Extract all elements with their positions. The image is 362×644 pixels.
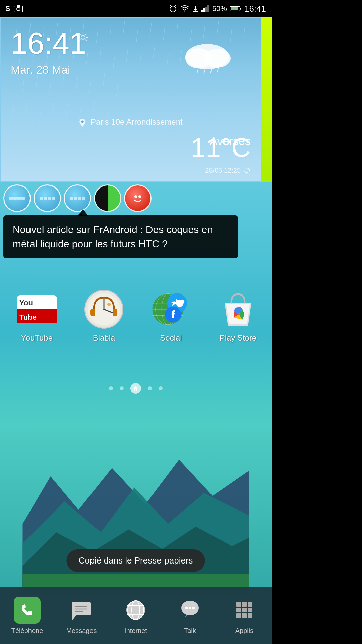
blabla-icon-container [84,289,124,329]
social-app[interactable]: Social [144,289,198,343]
svg-line-31 [123,21,125,35]
nav-internet[interactable]: Internet [112,597,159,635]
svg-line-66 [53,99,54,112]
status-time: 16:41 [244,4,266,14]
weather-widget[interactable]: 16:41 Mar. 28 Mai [0,17,261,182]
svg-line-37 [203,25,205,38]
nav-messages[interactable]: Messages [58,597,105,635]
playstore-label: Play Store [220,333,257,343]
phone-nav-label: Téléphone [11,627,43,635]
svg-line-6 [170,5,171,6]
svg-line-67 [66,104,68,117]
svg-line-57 [49,82,51,95]
weather-updated-time: 28/05 12:25 [205,167,241,174]
social-label: Social [160,333,182,343]
svg-rect-0 [14,6,23,12]
dock-app-4[interactable] [94,184,121,212]
nav-apps[interactable]: Applis [221,597,268,635]
svg-rect-150 [242,608,247,612]
wifi-icon [180,5,189,12]
svg-line-34 [163,26,165,40]
page-dot-1[interactable] [109,386,113,390]
screenshot-icon [14,5,23,12]
weather-time: 16:41 [11,28,86,58]
svg-rect-151 [248,608,252,612]
svg-text:You: You [19,299,33,307]
apps-nav-icon [231,597,258,624]
svg-rect-96 [70,197,73,200]
svg-rect-115 [113,309,117,316]
svg-line-60 [89,80,91,94]
svg-rect-97 [74,197,77,200]
internet-nav-icon [122,597,149,624]
svg-rect-10 [201,10,203,12]
weather-date: Mar. 28 Mai [11,63,70,76]
social-icon-svg [151,291,191,328]
messages-nav-icon [68,597,95,624]
right-color-bar [261,17,272,182]
page-dot-home[interactable] [130,383,141,394]
svg-line-55 [22,78,24,92]
svg-rect-90 [17,197,21,200]
dock-bar [3,184,152,212]
youtube-icon-svg: You Tube [17,295,57,323]
svg-line-59 [76,77,78,90]
svg-point-116 [107,303,111,306]
svg-point-144 [189,607,191,609]
blabla-icon-svg [84,289,124,329]
svg-marker-131 [72,615,76,620]
svg-point-1 [17,7,20,11]
social-icon-container [151,289,191,329]
dock-app-5[interactable] [124,184,152,212]
weather-location: Paris 10e Arrondissement [79,117,182,127]
svg-rect-147 [242,602,247,607]
svg-line-29 [96,30,98,43]
apps-nav-label: Applis [235,627,253,635]
svg-line-85 [85,34,87,35]
clipboard-toast: Copié dans le Presse-papiers [66,549,205,572]
svg-line-62 [116,84,118,97]
page-dot-2[interactable] [120,386,124,390]
svg-point-73 [204,49,231,68]
blabla-app[interactable]: Blabla [77,289,131,343]
weather-settings-icon[interactable] [78,32,88,46]
svg-line-30 [110,25,111,38]
svg-line-83 [80,34,81,35]
weather-updated: 28/05 12:25 [205,167,251,174]
nav-phone[interactable]: Téléphone [4,597,51,635]
dock-app-1[interactable] [3,184,31,212]
svg-rect-148 [248,602,252,607]
status-bar: S [0,0,272,17]
svg-rect-114 [90,309,95,316]
battery-icon [230,5,242,12]
page-dot-5[interactable] [159,386,163,390]
svg-rect-12 [205,7,207,12]
battery-percent: 50% [212,4,227,13]
svg-rect-13 [207,5,209,12]
download-icon [192,5,199,12]
svg-rect-2 [17,5,20,7]
svg-line-56 [36,75,38,89]
svg-line-32 [136,28,138,42]
blabla-label: Blabla [93,333,115,343]
playstore-icon-svg [220,289,256,329]
page-dot-4[interactable] [148,386,152,390]
playstore-app[interactable]: Play Store [211,289,265,343]
youtube-app[interactable]: You Tube YouTube [10,289,64,343]
frandroid-tooltip[interactable]: Nouvel article sur FrAndroid : Des coque… [3,215,238,258]
dock-app-2[interactable] [34,184,61,212]
svg-rect-152 [236,613,241,618]
youtube-icon-container: You Tube [17,289,57,329]
svg-rect-149 [236,608,241,612]
svg-point-101 [138,195,141,198]
svg-line-63 [12,105,14,119]
youtube-label: YouTube [21,333,53,343]
svg-rect-95 [52,197,55,200]
svg-rect-15 [231,7,238,10]
svg-rect-146 [236,602,241,607]
svg-line-7 [175,5,176,6]
nav-talk[interactable]: Talk [167,597,214,635]
svg-rect-16 [240,8,241,10]
dock-app-3[interactable] [64,184,91,212]
svg-text:Tube: Tube [19,313,37,321]
